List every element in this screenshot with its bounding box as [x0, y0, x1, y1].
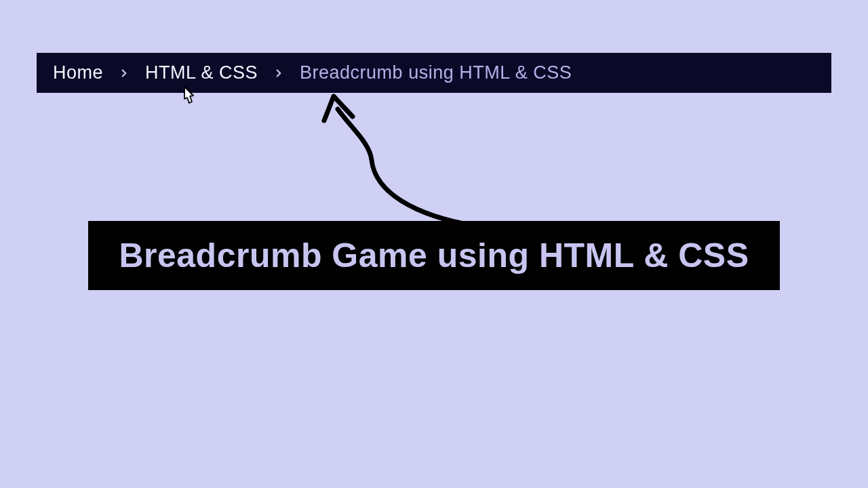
page-title: Breadcrumb Game using HTML & CSS	[106, 236, 762, 275]
arrow-annotation-icon	[312, 92, 502, 235]
chevron-right-icon	[273, 67, 285, 79]
chevron-right-icon	[118, 67, 130, 79]
cursor-pointer-icon	[178, 85, 197, 107]
breadcrumb-item-html-css[interactable]: HTML & CSS	[145, 62, 258, 83]
breadcrumb-item-current: Breadcrumb using HTML & CSS	[300, 62, 572, 83]
breadcrumb-item-home[interactable]: Home	[53, 62, 103, 83]
breadcrumb: Home HTML & CSS Breadcrumb using HTML & …	[37, 53, 831, 93]
